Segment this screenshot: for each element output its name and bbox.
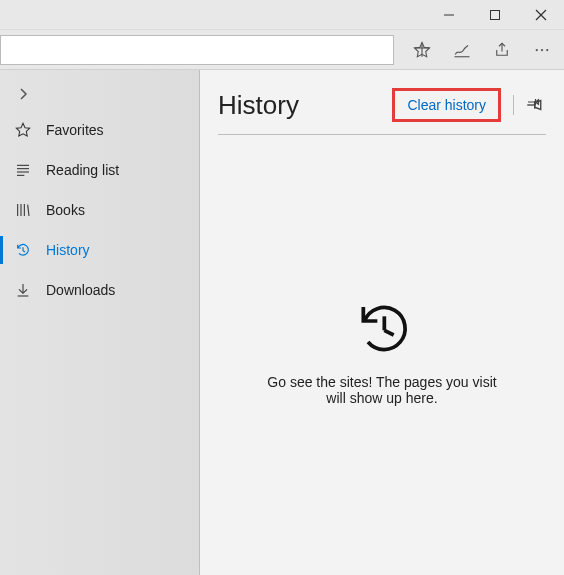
close-button[interactable]	[518, 0, 564, 30]
svg-line-21	[23, 251, 25, 252]
svg-point-8	[536, 48, 538, 50]
pane-title: History	[218, 90, 392, 121]
sidebar-item-label: Reading list	[46, 162, 119, 178]
share-icon[interactable]	[482, 30, 522, 70]
address-bar[interactable]	[0, 35, 394, 65]
sidebar-item-favorites[interactable]: Favorites	[0, 110, 199, 150]
svg-marker-30	[535, 101, 541, 110]
reading-list-icon	[14, 161, 32, 179]
collapse-chevron[interactable]	[0, 78, 199, 110]
header-separator	[218, 134, 546, 135]
sidebar-item-reading-list[interactable]: Reading list	[0, 150, 199, 190]
more-icon[interactable]	[522, 30, 562, 70]
empty-text-line2: will show up here.	[252, 390, 512, 406]
sidebar-item-label: Downloads	[46, 282, 115, 298]
hub-sidebar: Favorites Reading list Books History Dow	[0, 70, 200, 575]
empty-text-line1: Go see the sites! The pages you visit	[252, 374, 512, 390]
sidebar-item-downloads[interactable]: Downloads	[0, 270, 199, 310]
minimize-button[interactable]	[426, 0, 472, 30]
browser-toolbar	[0, 30, 564, 70]
svg-rect-1	[491, 10, 500, 19]
star-icon	[14, 121, 32, 139]
ink-note-icon[interactable]	[442, 30, 482, 70]
history-pane: History Clear history	[200, 70, 564, 575]
favorites-star-icon[interactable]	[402, 30, 442, 70]
svg-line-19	[28, 205, 29, 216]
sidebar-item-label: History	[46, 242, 90, 258]
maximize-button[interactable]	[472, 0, 518, 30]
pin-icon[interactable]	[522, 93, 546, 117]
clear-history-button[interactable]: Clear history	[392, 88, 501, 122]
svg-marker-11	[16, 123, 29, 136]
divider	[513, 95, 514, 115]
books-icon	[14, 201, 32, 219]
history-empty-icon	[252, 300, 512, 356]
download-icon	[14, 281, 32, 299]
sidebar-item-label: Books	[46, 202, 85, 218]
sidebar-item-books[interactable]: Books	[0, 190, 199, 230]
sidebar-item-history[interactable]: History	[0, 230, 199, 270]
history-icon	[14, 241, 32, 259]
sidebar-item-label: Favorites	[46, 122, 104, 138]
window-titlebar	[0, 0, 564, 30]
empty-state: Go see the sites! The pages you visit wi…	[252, 300, 512, 406]
svg-point-10	[546, 48, 548, 50]
svg-line-32	[384, 330, 393, 335]
svg-point-9	[541, 48, 543, 50]
